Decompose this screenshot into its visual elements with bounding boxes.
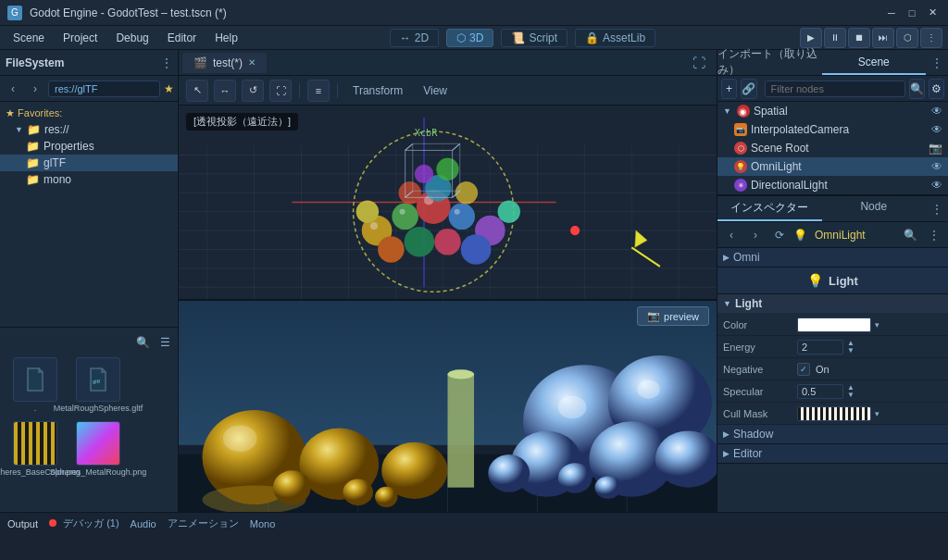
svg-point-28 <box>449 204 476 230</box>
light-section-header[interactable]: ▼ Light <box>717 294 948 314</box>
tabbar: 🎬 test(*) ✕ ⛶ <box>179 50 717 76</box>
play-button[interactable]: ▶ <box>800 28 822 48</box>
inspector-header: ‹ › ⟳ 💡 OmniLight 🔍 ⋮ <box>717 222 948 248</box>
specular-spinners: ▲ ▼ <box>845 384 856 399</box>
sceneroot-visibility-button[interactable]: 📷 <box>929 142 942 155</box>
file-item-metalrough[interactable]: Spheres_MetalRough.png <box>70 421 126 478</box>
tree-item-gltf[interactable]: 📁 glTF <box>0 155 178 171</box>
insp-back-button[interactable]: ‹ <box>721 225 742 245</box>
viewport-3d[interactable]: [透視投影（遠近法）] <box>179 106 717 299</box>
scene-node-dirlight[interactable]: ✳ DirectionalLight 👁 DirectionalLight Ty… <box>717 176 948 194</box>
scene-node-omnilight[interactable]: 💡 OmniLight 👁 <box>717 157 948 176</box>
specular-down-button[interactable]: ▼ <box>845 392 856 399</box>
insp-forward-button[interactable]: › <box>745 225 766 245</box>
omni-visibility-button[interactable]: 👁 <box>931 160 942 173</box>
svg-point-26 <box>392 204 418 230</box>
status-mono[interactable]: Mono <box>250 518 276 529</box>
menu-editor[interactable]: Editor <box>160 30 204 46</box>
energy-down-button[interactable]: ▼ <box>845 347 856 355</box>
vp-mode-button[interactable]: ≡ <box>307 80 330 102</box>
close-button[interactable]: ✕ <box>924 6 941 19</box>
tree-item-mono[interactable]: 📁 mono <box>0 171 178 188</box>
pause-button[interactable]: ⏸ <box>824 28 846 48</box>
tab-node[interactable]: Node <box>822 196 927 221</box>
menu-scene[interactable]: Scene <box>6 30 52 46</box>
fs-path-input[interactable]: res://glTF <box>48 81 160 97</box>
insp-history-button[interactable]: ⟳ <box>769 225 790 245</box>
file-item-gltf[interactable]: gltf MetalRoughSpheres.gltf <box>70 357 126 414</box>
energy-input[interactable] <box>797 340 843 355</box>
vp-rotate-button[interactable]: ↺ <box>242 80 264 102</box>
favorites-section: ★ Favorites: <box>0 106 178 121</box>
negative-checkbox[interactable]: ✓ <box>797 363 810 376</box>
tab-test[interactable]: 🎬 test(*) ✕ <box>182 53 267 73</box>
step-button[interactable]: ⏭ <box>872 28 894 48</box>
tab-close-button[interactable]: ✕ <box>248 57 256 68</box>
stop-button[interactable]: ⏹ <box>848 28 870 48</box>
mode-3d-button[interactable]: ⬡ 3D <box>446 29 493 47</box>
cull-mask-preview[interactable] <box>797 406 871 421</box>
status-debugger[interactable]: デバッガ (1) <box>49 516 119 530</box>
center-area: 🎬 test(*) ✕ ⛶ ↖ ↔ ↺ ⛶ ≡ Transform View [… <box>179 50 717 512</box>
status-output[interactable]: Output <box>7 518 38 529</box>
spatial-visibility-button[interactable]: 👁 <box>931 105 942 118</box>
fs-favorite-button[interactable]: ★ <box>164 82 174 95</box>
svg-point-71 <box>448 369 475 379</box>
fullscreen-button[interactable]: ⛶ <box>685 52 713 74</box>
assetlib-button[interactable]: 🔒 AssetLib <box>575 29 655 47</box>
svg-point-35 <box>498 200 520 222</box>
vp-move-button[interactable]: ↔ <box>214 80 236 102</box>
vp-transform-label[interactable]: Transform <box>345 82 410 99</box>
cull-dropdown-icon[interactable]: ▾ <box>875 409 879 418</box>
status-audio[interactable]: Audio <box>131 518 156 529</box>
vp-select-button[interactable]: ↖ <box>186 80 208 102</box>
tab-import[interactable]: インポート（取り込み） <box>717 50 822 75</box>
maximize-button[interactable]: □ <box>904 6 920 19</box>
menu-help[interactable]: Help <box>207 30 245 46</box>
color-swatch[interactable] <box>797 317 871 332</box>
filter-nodes-input[interactable] <box>765 81 905 97</box>
tab-inspector[interactable]: インスペクター <box>717 196 822 221</box>
section-editor[interactable]: ▶ Editor <box>717 444 948 464</box>
scene-toolbar: + 🔗 🔍 ⚙ <box>717 76 948 102</box>
script-icon: 📜 <box>511 31 525 44</box>
filesystem-menu-button[interactable]: ⋮ <box>161 56 172 69</box>
remote-button[interactable]: ⬡ <box>896 28 918 48</box>
camera-visibility-button[interactable]: 👁 <box>931 123 942 136</box>
menu-debug[interactable]: Debug <box>108 30 156 46</box>
scene-node-camera[interactable]: 📷 InterpolatedCamera 👁 <box>717 120 948 139</box>
add-node-button[interactable]: + <box>721 79 737 99</box>
tab-scene[interactable]: Scene <box>822 50 927 75</box>
svg-point-81 <box>637 380 659 398</box>
section-omni[interactable]: ▶ Omni <box>717 248 948 268</box>
vp-scale-button[interactable]: ⛶ <box>269 80 292 102</box>
vp-view-label[interactable]: View <box>416 82 455 99</box>
minimize-button[interactable]: ─ <box>883 6 900 19</box>
dirlight-visibility-button[interactable]: 👁 <box>931 179 942 192</box>
fs-back-button[interactable]: ‹ <box>4 80 22 98</box>
menu-project[interactable]: Project <box>56 30 105 46</box>
status-animation[interactable]: アニメーション <box>168 516 239 530</box>
fs-search-button[interactable]: 🔍 <box>133 333 152 352</box>
more-button[interactable]: ⋮ <box>920 28 942 48</box>
inspector-menu-button[interactable]: ⋮ <box>926 196 948 221</box>
specular-input[interactable] <box>797 384 843 399</box>
right-panel-menu-button[interactable]: ⋮ <box>926 50 948 75</box>
scene-options-button[interactable]: ⚙ <box>929 79 944 99</box>
link-node-button[interactable]: 🔗 <box>741 79 756 99</box>
fs-list-button[interactable]: ☰ <box>156 333 174 352</box>
color-dropdown-icon[interactable]: ▾ <box>875 320 879 330</box>
tree-item-res[interactable]: ▼ 📁 res:// <box>0 121 178 138</box>
mode-2d-button[interactable]: ↔ 2D <box>390 29 439 47</box>
scene-node-sceneroot[interactable]: ⬡ Scene Root 📷 <box>717 139 948 157</box>
tree-item-properties[interactable]: 📁 Properties <box>0 138 178 155</box>
script-button[interactable]: 📜 Script <box>501 29 568 47</box>
insp-search-button[interactable]: 🔍 <box>900 225 920 245</box>
insp-settings-button[interactable]: ⋮ <box>924 225 944 245</box>
svg-point-33 <box>461 234 492 265</box>
fs-forward-button[interactable]: › <box>26 80 44 98</box>
section-shadow[interactable]: ▶ Shadow <box>717 425 948 444</box>
preview-button[interactable]: 📷 preview <box>637 306 709 326</box>
filter-search-button[interactable]: 🔍 <box>909 79 925 99</box>
scene-node-spatial[interactable]: ▼ ◉ Spatial 👁 <box>717 102 948 120</box>
